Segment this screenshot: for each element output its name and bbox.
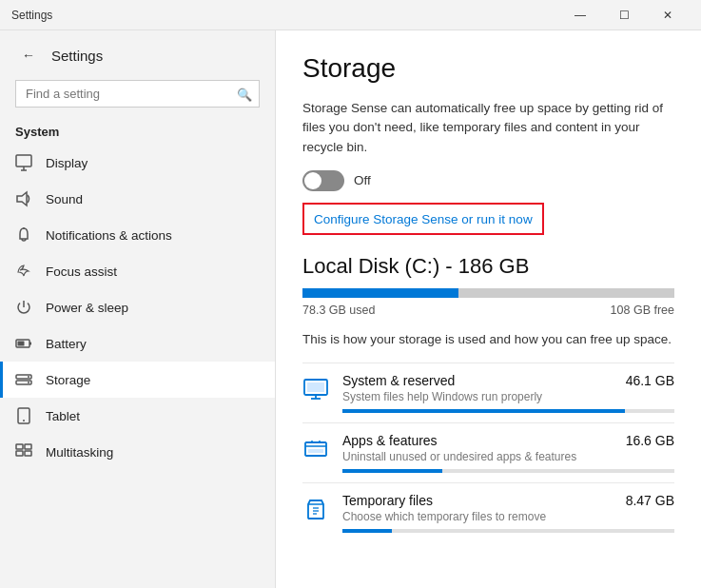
sidebar-item-label: Display bbox=[46, 156, 88, 170]
tablet-icon bbox=[15, 407, 32, 424]
system-bar bbox=[342, 409, 674, 413]
sidebar-item-storage[interactable]: Storage bbox=[0, 362, 275, 398]
sidebar-item-label: Tablet bbox=[46, 409, 80, 423]
display-icon bbox=[15, 154, 32, 171]
focus-icon bbox=[15, 263, 32, 280]
toggle-label: Off bbox=[354, 173, 371, 187]
sidebar-item-label: Notifications & actions bbox=[46, 228, 172, 243]
maximize-button[interactable]: ☐ bbox=[602, 0, 646, 30]
configure-link[interactable]: Configure Storage Sense or run it now bbox=[314, 212, 533, 226]
svg-rect-26 bbox=[308, 449, 323, 453]
storage-item-system[interactable]: System & reserved 46.1 GB System files h… bbox=[302, 363, 674, 422]
titlebar-controls: — ☐ ✕ bbox=[558, 0, 690, 30]
svg-rect-7 bbox=[18, 342, 25, 346]
storage-item-apps[interactable]: Apps & features 16.6 GB Uninstall unused… bbox=[302, 422, 674, 482]
svg-point-13 bbox=[23, 420, 25, 421]
titlebar-left: Settings bbox=[11, 9, 52, 22]
system-bar-fill bbox=[342, 409, 625, 413]
apps-size: 16.6 GB bbox=[626, 433, 674, 448]
search-container: 🔍 bbox=[15, 80, 260, 108]
storage-sense-toggle[interactable] bbox=[302, 170, 344, 191]
svg-rect-17 bbox=[25, 451, 31, 456]
page-title: Storage bbox=[302, 53, 674, 84]
system-size: 46.1 GB bbox=[626, 373, 674, 388]
apps-top: Apps & features 16.6 GB bbox=[342, 433, 674, 448]
svg-rect-14 bbox=[16, 444, 23, 449]
apps-name: Apps & features bbox=[342, 433, 438, 448]
disk-info-row: 78.3 GB used 108 GB free bbox=[302, 304, 674, 317]
sidebar-item-battery[interactable]: Battery bbox=[0, 325, 275, 362]
battery-icon bbox=[15, 335, 32, 352]
how-used-text: This is how your storage is used and how… bbox=[302, 330, 674, 349]
toggle-row: Off bbox=[302, 170, 674, 191]
back-button[interactable]: ← bbox=[15, 42, 42, 69]
sidebar-item-label: Sound bbox=[46, 192, 83, 206]
power-icon bbox=[15, 299, 32, 316]
storage-sense-description: Storage Sense can automatically free up … bbox=[302, 99, 674, 157]
titlebar: Settings — ☐ ✕ bbox=[0, 0, 701, 30]
sound-icon bbox=[15, 190, 32, 207]
multitasking-icon bbox=[15, 443, 32, 461]
svg-rect-21 bbox=[307, 382, 324, 392]
close-button[interactable]: ✕ bbox=[646, 0, 690, 30]
search-input[interactable] bbox=[15, 80, 260, 108]
svg-rect-6 bbox=[29, 343, 31, 345]
sidebar-item-label: Power & sleep bbox=[46, 301, 128, 315]
search-icon: 🔍 bbox=[237, 87, 252, 101]
sidebar-item-label: Battery bbox=[46, 337, 87, 351]
titlebar-title: Settings bbox=[11, 9, 52, 22]
sidebar-item-focus[interactable]: Focus assist bbox=[0, 253, 275, 289]
temp-icon bbox=[302, 495, 329, 521]
local-disk-title: Local Disk (C:) - 186 GB bbox=[302, 254, 674, 279]
apps-bar bbox=[342, 469, 674, 473]
temp-bar bbox=[342, 529, 674, 533]
disk-bar bbox=[302, 288, 674, 298]
temp-name: Temporary files bbox=[342, 493, 433, 508]
disk-free-label: 108 GB free bbox=[611, 304, 674, 317]
apps-icon bbox=[302, 435, 329, 461]
main-layout: ← Settings 🔍 System Display bbox=[0, 30, 701, 588]
svg-rect-0 bbox=[16, 155, 31, 167]
sidebar-item-tablet[interactable]: Tablet bbox=[0, 398, 275, 434]
apps-bar-fill bbox=[342, 469, 442, 473]
temp-bar-fill bbox=[342, 529, 392, 533]
system-desc: System files help Windows run properly bbox=[342, 390, 674, 403]
sidebar-item-sound[interactable]: Sound bbox=[0, 181, 275, 217]
disk-bar-used bbox=[302, 288, 458, 298]
temp-size: 8.47 GB bbox=[626, 493, 674, 508]
minimize-button[interactable]: — bbox=[558, 0, 602, 30]
svg-rect-16 bbox=[16, 451, 23, 456]
disk-used-label: 78.3 GB used bbox=[302, 304, 375, 317]
sidebar-item-label: Multitasking bbox=[46, 445, 113, 460]
content-area: Storage Storage Sense can automatically … bbox=[276, 30, 701, 588]
section-label: System bbox=[0, 119, 275, 145]
sidebar-item-multitasking[interactable]: Multitasking bbox=[0, 434, 275, 470]
apps-info: Apps & features 16.6 GB Uninstall unused… bbox=[342, 433, 674, 473]
temp-top: Temporary files 8.47 GB bbox=[342, 493, 674, 508]
storage-icon bbox=[15, 371, 32, 388]
system-name: System & reserved bbox=[342, 373, 455, 388]
sidebar-header: ← Settings bbox=[0, 30, 275, 76]
svg-rect-15 bbox=[25, 444, 31, 449]
sidebar-item-power[interactable]: Power & sleep bbox=[0, 289, 275, 325]
sidebar: ← Settings 🔍 System Display bbox=[0, 30, 276, 588]
apps-desc: Uninstall unused or undesired apps & fea… bbox=[342, 450, 674, 463]
sidebar-item-notifications[interactable]: Notifications & actions bbox=[0, 217, 275, 253]
back-icon: ← bbox=[22, 48, 35, 63]
sidebar-item-display[interactable]: Display bbox=[0, 145, 275, 181]
notifications-icon bbox=[15, 226, 32, 244]
svg-point-11 bbox=[28, 382, 29, 383]
sidebar-app-title: Settings bbox=[51, 48, 103, 64]
system-top: System & reserved 46.1 GB bbox=[342, 373, 674, 388]
system-info: System & reserved 46.1 GB System files h… bbox=[342, 373, 674, 413]
sidebar-item-label: Storage bbox=[46, 373, 90, 387]
configure-link-box: Configure Storage Sense or run it now bbox=[302, 203, 544, 235]
system-icon bbox=[302, 375, 329, 402]
svg-point-10 bbox=[28, 376, 29, 378]
toggle-knob bbox=[304, 172, 321, 189]
temp-desc: Choose which temporary files to remove bbox=[342, 510, 674, 523]
sidebar-item-label: Focus assist bbox=[46, 265, 117, 279]
storage-item-temp[interactable]: Temporary files 8.47 GB Choose which tem… bbox=[302, 482, 674, 542]
svg-marker-3 bbox=[17, 192, 27, 206]
temp-info: Temporary files 8.47 GB Choose which tem… bbox=[342, 493, 674, 533]
